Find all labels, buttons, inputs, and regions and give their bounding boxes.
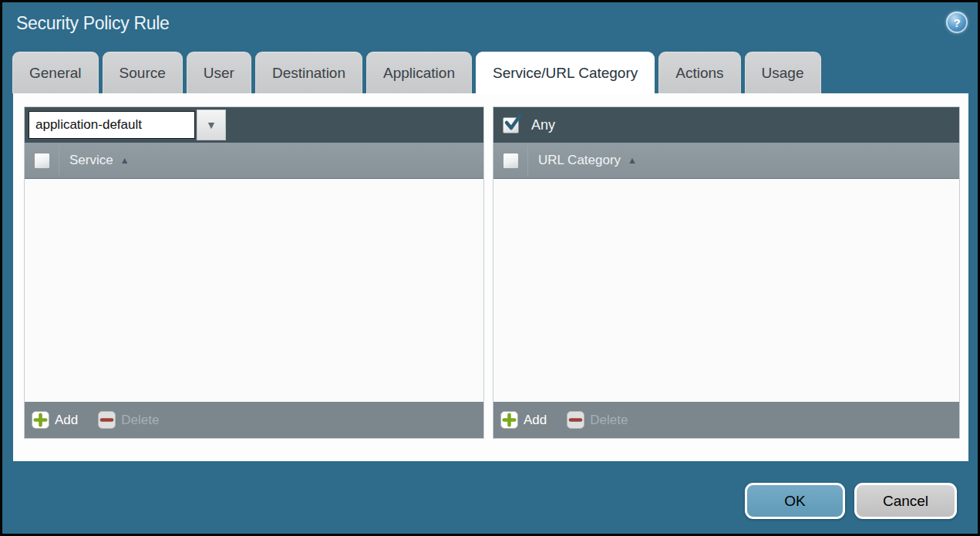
plus-icon [32,411,49,429]
url-list-body [493,179,959,402]
column-divider [59,146,59,175]
url-delete-button[interactable]: Delete [567,411,628,429]
dialog-title: Security Policy Rule [16,13,170,34]
service-panel: ▼ Service ▲ Add [24,106,484,439]
service-list-body [25,179,483,402]
service-add-button[interactable]: Add [32,411,78,429]
url-select-all-checkbox[interactable] [503,153,519,169]
url-any-label: Any [531,117,555,133]
minus-icon [567,411,584,429]
tab-general[interactable]: General [12,52,99,93]
service-column-label[interactable]: Service [69,153,113,168]
url-column-label[interactable]: URL Category [538,153,621,168]
help-icon[interactable]: ? [946,12,968,33]
column-divider [527,146,528,175]
service-footer-toolbar: Add Delete [25,402,483,438]
chevron-down-icon: ▼ [206,119,217,131]
service-mode-input[interactable] [29,111,195,139]
delete-button-label: Delete [590,413,628,428]
tab-user[interactable]: User [187,52,251,93]
url-add-button[interactable]: Add [500,411,547,429]
tab-actions[interactable]: Actions [658,52,740,93]
tab-destination[interactable]: Destination [255,52,362,93]
tab-usage[interactable]: Usage [745,52,821,93]
cancel-button[interactable]: Cancel [854,483,957,519]
tab-application[interactable]: Application [366,52,472,93]
url-any-bar: Any [493,107,959,143]
url-footer-toolbar: Add Delete [493,402,959,438]
tab-service-url-category[interactable]: Service/URL Category [476,52,655,93]
add-button-label: Add [524,413,547,428]
plus-icon [500,411,518,429]
service-select-all-checkbox[interactable] [34,153,50,169]
service-mode-bar: ▼ [25,107,483,143]
service-mode-dropdown-button[interactable]: ▼ [197,110,226,140]
tab-source[interactable]: Source [103,52,183,93]
ok-button[interactable]: OK [745,483,845,519]
service-column-header: Service ▲ [25,143,483,179]
url-category-panel: Any URL Category ▲ Add [493,106,960,439]
minus-icon [98,411,116,429]
add-button-label: Add [55,413,78,428]
url-any-checkbox[interactable] [503,117,519,133]
sort-ascending-icon[interactable]: ▲ [120,155,130,166]
checkmark-icon [503,113,524,133]
tab-bar: General Source User Destination Applicat… [12,52,821,93]
delete-button-label: Delete [121,413,159,428]
url-column-header: URL Category ▲ [493,143,959,179]
security-policy-rule-dialog: Security Policy Rule ? General Source Us… [0,0,980,536]
service-delete-button[interactable]: Delete [98,411,159,429]
sort-ascending-icon[interactable]: ▲ [628,155,637,166]
tab-content-area: ▼ Service ▲ Add [13,93,968,461]
